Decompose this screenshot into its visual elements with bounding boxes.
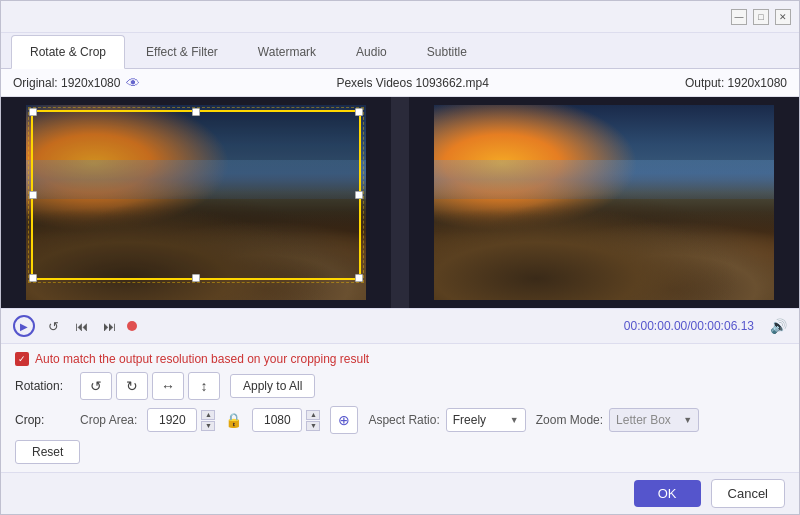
video-divider (391, 97, 409, 308)
aspect-ratio-select[interactable]: Freely ▼ (446, 408, 526, 432)
crop-row: Crop: Crop Area: ▲ ▼ 🔒 ▲ ▼ ⊕ Aspect Rat (15, 406, 785, 434)
rotate-left-button[interactable]: ↺ (80, 372, 112, 400)
crop-width-input[interactable] (147, 408, 197, 432)
time-display: 00:00:00.00/00:00:06.13 (624, 319, 754, 333)
reset-row: Reset (15, 440, 785, 464)
crop-width-up[interactable]: ▲ (201, 410, 215, 420)
rotation-buttons: ↺ ↻ ↔ ↕ (80, 372, 220, 400)
window-controls: — □ ✕ (731, 9, 791, 25)
tab-subtitle[interactable]: Subtitle (408, 35, 486, 68)
flip-horizontal-button[interactable]: ↔ (152, 372, 184, 400)
playback-bar: ▶ ↺ ⏮ ⏭ 00:00:00.00/00:00:06.13 🔊 (1, 308, 799, 344)
tab-rotate-crop[interactable]: Rotate & Crop (11, 35, 125, 69)
loop-button[interactable]: ↺ (43, 316, 63, 336)
zoom-mode-value: Letter Box (616, 413, 671, 427)
tab-watermark[interactable]: Watermark (239, 35, 335, 68)
rotation-label: Rotation: (15, 379, 70, 393)
aspect-ratio-value: Freely (453, 413, 486, 427)
auto-match-checkbox[interactable]: ✓ (15, 352, 29, 366)
video-area (1, 97, 799, 308)
ok-button[interactable]: OK (634, 480, 701, 507)
tab-effect-filter[interactable]: Effect & Filter (127, 35, 237, 68)
skip-forward-button[interactable]: ⏭ (99, 316, 119, 336)
minimize-button[interactable]: — (731, 9, 747, 25)
time-total: 00:00:06.13 (691, 319, 754, 333)
zoom-mode-arrow: ▼ (683, 415, 692, 425)
rotation-row: Rotation: ↺ ↻ ↔ ↕ Apply to All (15, 372, 785, 400)
crop-width-group: ▲ ▼ (147, 408, 215, 432)
bottom-bar: OK Cancel (1, 472, 799, 514)
main-window: — □ ✕ Rotate & Crop Effect & Filter Wate… (0, 0, 800, 515)
crop-height-up[interactable]: ▲ (306, 410, 320, 420)
maximize-button[interactable]: □ (753, 9, 769, 25)
original-resolution: Original: 1920x1080 (13, 76, 120, 90)
info-bar: Original: 1920x1080 👁 Pexels Videos 1093… (1, 69, 799, 97)
tab-audio[interactable]: Audio (337, 35, 406, 68)
crop-height-spinners: ▲ ▼ (306, 410, 320, 431)
output-resolution: Output: 1920x1080 (685, 76, 787, 90)
video-preview-left (1, 97, 391, 308)
apply-all-button[interactable]: Apply to All (230, 374, 315, 398)
file-name: Pexels Videos 1093662.mp4 (146, 76, 678, 90)
tab-bar: Rotate & Crop Effect & Filter Watermark … (1, 33, 799, 69)
eye-icon[interactable]: 👁 (126, 75, 140, 91)
auto-match-row: ✓ Auto match the output resolution based… (15, 352, 785, 366)
zoom-mode-select[interactable]: Letter Box ▼ (609, 408, 699, 432)
crop-width-spinners: ▲ ▼ (201, 410, 215, 431)
volume-icon[interactable]: 🔊 (770, 318, 787, 334)
center-crop-button[interactable]: ⊕ (330, 406, 358, 434)
cancel-button[interactable]: Cancel (711, 479, 785, 508)
video-frame-left (26, 105, 366, 300)
rotate-right-button[interactable]: ↻ (116, 372, 148, 400)
link-icon: 🔒 (225, 412, 242, 428)
time-current: 00:00:00.00 (624, 319, 687, 333)
crop-height-group: ▲ ▼ (252, 408, 320, 432)
crop-area-label: Crop Area: (80, 413, 137, 427)
video-content-left (26, 105, 366, 300)
crop-label: Crop: (15, 413, 70, 427)
aspect-ratio-label: Aspect Ratio: (368, 413, 439, 427)
crop-height-down[interactable]: ▼ (306, 421, 320, 431)
video-preview-right (409, 97, 799, 308)
video-content-right (434, 105, 774, 300)
play-button[interactable]: ▶ (13, 315, 35, 337)
controls-area: ✓ Auto match the output resolution based… (1, 344, 799, 472)
crop-width-down[interactable]: ▼ (201, 421, 215, 431)
auto-match-label: Auto match the output resolution based o… (35, 352, 369, 366)
aspect-ratio-group: Aspect Ratio: Freely ▼ (368, 408, 525, 432)
video-frame-right (434, 105, 774, 300)
zoom-mode-label: Zoom Mode: (536, 413, 603, 427)
zoom-mode-group: Zoom Mode: Letter Box ▼ (536, 408, 699, 432)
skip-back-button[interactable]: ⏮ (71, 316, 91, 336)
aspect-ratio-arrow: ▼ (510, 415, 519, 425)
close-button[interactable]: ✕ (775, 9, 791, 25)
crop-height-input[interactable] (252, 408, 302, 432)
record-indicator (127, 321, 137, 331)
title-bar: — □ ✕ (1, 1, 799, 33)
flip-vertical-button[interactable]: ↕ (188, 372, 220, 400)
reset-button[interactable]: Reset (15, 440, 80, 464)
